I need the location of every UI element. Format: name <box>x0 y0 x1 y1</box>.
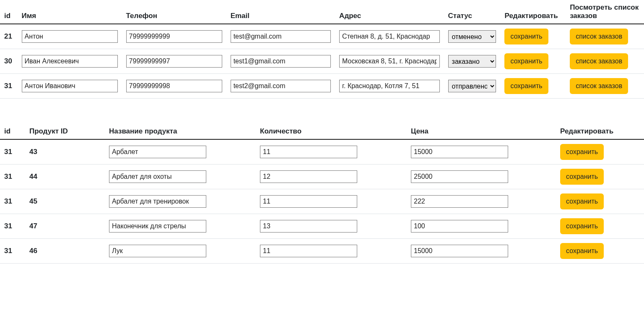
email-input[interactable] <box>231 80 331 92</box>
order-list-button[interactable]: список заказов <box>570 29 628 44</box>
item-order-id: 31 <box>0 189 25 214</box>
price-input[interactable] <box>411 195 508 208</box>
phone-input[interactable] <box>126 80 222 92</box>
items-header-product-id: Продукт ID <box>25 124 105 139</box>
phone-input[interactable] <box>126 30 222 43</box>
phone-input[interactable] <box>126 55 222 68</box>
address-input[interactable] <box>339 55 439 68</box>
save-button[interactable]: сохранить <box>560 144 604 160</box>
item-product-id: 45 <box>25 189 105 214</box>
item-order-id: 31 <box>0 239 25 264</box>
quantity-input[interactable] <box>260 220 357 233</box>
quantity-input[interactable] <box>260 245 357 257</box>
items-header-edit: Редактировать <box>556 124 644 139</box>
quantity-input[interactable] <box>260 170 357 183</box>
item-order-id: 31 <box>0 214 25 239</box>
order-list-button[interactable]: список заказов <box>570 53 628 69</box>
product-name-input[interactable] <box>109 170 206 183</box>
name-input[interactable] <box>22 80 118 92</box>
product-name-input[interactable] <box>109 245 206 257</box>
orders-header-email: Email <box>226 0 335 24</box>
item-product-id: 43 <box>25 139 105 165</box>
orders-table: id Имя Телефон Email Адрес Статус Редакт… <box>0 0 644 99</box>
save-button[interactable]: сохранить <box>560 243 604 259</box>
status-select[interactable]: отмененозаказаноотправлено <box>448 55 496 68</box>
save-button[interactable]: сохранить <box>504 53 548 69</box>
order-id: 31 <box>0 74 18 99</box>
orders-header-edit: Редактировать <box>500 0 566 24</box>
address-input[interactable] <box>339 30 439 43</box>
orders-row: 21отмененозаказаноотправленосохранитьспи… <box>0 24 644 49</box>
price-input[interactable] <box>411 146 508 158</box>
items-row: 3147сохранить <box>0 214 644 239</box>
orders-header-id: id <box>0 0 18 24</box>
save-button[interactable]: сохранить <box>560 169 604 185</box>
product-name-input[interactable] <box>109 195 206 208</box>
orders-header-address: Адрес <box>335 0 444 24</box>
save-button[interactable]: сохранить <box>560 193 604 209</box>
name-input[interactable] <box>22 55 118 68</box>
save-button[interactable]: сохранить <box>504 29 548 44</box>
orders-header-name: Имя <box>18 0 122 24</box>
order-id: 30 <box>0 49 18 74</box>
order-list-button[interactable]: список заказов <box>570 78 628 94</box>
item-order-id: 31 <box>0 139 25 165</box>
product-name-input[interactable] <box>109 146 206 158</box>
items-header-product-name: Название продукта <box>105 124 256 139</box>
quantity-input[interactable] <box>260 195 357 208</box>
quantity-input[interactable] <box>260 146 357 158</box>
email-input[interactable] <box>231 55 331 68</box>
status-select[interactable]: отмененозаказаноотправлено <box>448 30 496 43</box>
price-input[interactable] <box>411 220 508 233</box>
price-input[interactable] <box>411 170 508 183</box>
items-header-id: id <box>0 124 25 139</box>
item-product-id: 46 <box>25 239 105 264</box>
name-input[interactable] <box>22 30 118 43</box>
address-input[interactable] <box>339 80 439 92</box>
items-row: 3146сохранить <box>0 239 644 264</box>
items-header-quantity: Количество <box>256 124 407 139</box>
orders-header-status: Статус <box>444 0 501 24</box>
orders-row: 31отмененозаказаноотправленосохранитьспи… <box>0 74 644 99</box>
items-header-price: Цена <box>407 124 556 139</box>
save-button[interactable]: сохранить <box>504 78 548 94</box>
order-id: 21 <box>0 24 18 49</box>
items-table: id Продукт ID Название продукта Количест… <box>0 124 644 264</box>
save-button[interactable]: сохранить <box>560 218 604 234</box>
items-row: 3145сохранить <box>0 189 644 214</box>
orders-row: 30отмененозаказаноотправленосохранитьспи… <box>0 49 644 74</box>
item-order-id: 31 <box>0 165 25 189</box>
item-product-id: 44 <box>25 165 105 189</box>
orders-header-phone: Телефон <box>122 0 226 24</box>
items-row: 3143сохранить <box>0 139 644 165</box>
items-row: 3144сохранить <box>0 165 644 189</box>
product-name-input[interactable] <box>109 220 206 233</box>
email-input[interactable] <box>231 30 331 43</box>
price-input[interactable] <box>411 245 508 257</box>
orders-header-view: Посмотреть список заказов <box>566 0 644 24</box>
status-select[interactable]: отмененозаказаноотправлено <box>448 80 496 92</box>
item-product-id: 47 <box>25 214 105 239</box>
